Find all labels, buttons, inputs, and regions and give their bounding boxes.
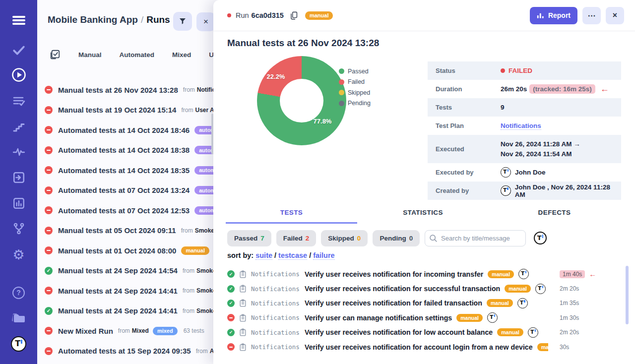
test-row[interactable]: Notifications Verify user can manage not… [227, 310, 620, 325]
run-title[interactable]: Automated tests at 14 Oct 2024 18:35 [58, 166, 190, 175]
run-title[interactable]: Manual tests at 24 Sep 2024 14:41 [58, 306, 178, 315]
run-title[interactable]: Automated tests at 14 Oct 2024 18:38 [58, 146, 190, 154]
steps-icon[interactable] [0, 119, 37, 135]
tab-automated[interactable]: Automated [120, 51, 155, 59]
test-title[interactable]: Verify user receives notification for fa… [305, 299, 482, 307]
testcase-clipboard-icon [239, 285, 247, 293]
help-icon[interactable]: ? [0, 284, 37, 301]
annotation-arrow-icon: ← [589, 270, 596, 278]
assignee-avatar: T [528, 327, 538, 338]
run-title[interactable]: Manual tests at 01 Oct 2024 08:00 [58, 246, 176, 255]
test-plans-icon[interactable] [0, 93, 37, 110]
branches-icon[interactable] [0, 220, 37, 237]
test-row[interactable]: Notifications Verify user receives notif… [227, 281, 620, 296]
filter-button[interactable] [173, 12, 192, 31]
test-row[interactable]: Notifications Verify user receives notif… [227, 267, 620, 281]
tests-list: Notifications Verify user receives notif… [227, 267, 620, 354]
select-runs-icon[interactable] [50, 49, 61, 60]
sort-label: sort by: [227, 251, 254, 259]
suite-name[interactable]: Notifications [251, 343, 305, 351]
executed-start: Nov 26, 2024 11:28 AM → [501, 139, 580, 149]
testcase-clipboard-icon [239, 270, 247, 278]
run-title[interactable]: Manual tests at 19 Oct 2024 15:14 [58, 106, 176, 114]
suite-name[interactable]: Notifications [251, 270, 305, 278]
suite-name[interactable]: Notifications [251, 329, 305, 336]
tab-statistics[interactable]: STATISTICS [357, 209, 489, 224]
ellipsis-icon: ⋯ [588, 11, 596, 20]
test-title[interactable]: Verify user receives notification for su… [305, 285, 500, 293]
projects-folder-icon[interactable] [0, 309, 37, 326]
pulse-icon[interactable] [0, 144, 37, 161]
breadcrumb-project[interactable]: Mobile Banking App [48, 14, 138, 25]
run-title[interactable]: Automated tests at 07 Oct 2024 12:53 [58, 206, 190, 215]
filter-failed-chip[interactable]: Failed2 [276, 230, 317, 246]
test-title[interactable]: Verify user receives notification for ac… [305, 343, 533, 351]
sort-by-testcase-link[interactable]: testcase [278, 251, 307, 260]
more-actions-button[interactable]: ⋯ [582, 7, 601, 24]
tests-list-scrollbar[interactable] [626, 266, 629, 324]
close-panel-button[interactable]: × [606, 7, 624, 24]
info-row-test-plan: Test Plan Notifications [428, 117, 621, 135]
legend-item-failed: Failed [339, 77, 371, 88]
run-title[interactable]: Manual tests at 05 Oct 2024 09:11 [58, 226, 176, 235]
sort-by-failure-link[interactable]: failure [313, 251, 335, 260]
run-title[interactable]: Automated tests at 07 Oct 2024 13:24 [58, 186, 190, 194]
test-row[interactable]: Notifications Verify user receives notif… [227, 325, 620, 340]
tab-mixed[interactable]: Mixed [172, 51, 191, 59]
test-duration: 1m 40s← [548, 270, 620, 278]
close-list-button[interactable]: × [196, 12, 215, 31]
test-plan-link[interactable]: Notifications [501, 122, 541, 130]
analytics-icon[interactable] [0, 195, 37, 212]
filter-skipped-chip[interactable]: Skipped0 [321, 230, 368, 246]
sort-row: sort by: suite/testcase/failure [227, 251, 335, 259]
search-input[interactable] [425, 230, 526, 246]
filter-pending-chip[interactable]: Pending0 [373, 230, 420, 246]
run-title[interactable]: Manual tests at 24 Sep 2024 14:41 [58, 287, 178, 295]
tab-manual[interactable]: Manual [78, 51, 102, 59]
info-row-created-by: Created by TJohn Doe , Nov 26, 2024 11:2… [428, 182, 621, 200]
suite-name[interactable]: Notifications [251, 285, 305, 293]
from-plan-name[interactable]: Smoke [195, 227, 214, 234]
from-plan-name[interactable]: Mixed [132, 327, 149, 334]
run-title[interactable]: New Mixed Run [58, 327, 113, 335]
assignee-avatar: T [517, 298, 528, 308]
menu-icon[interactable] [0, 12, 37, 29]
close-icon: × [613, 11, 617, 20]
test-row[interactable]: Notifications Verify user receives notif… [227, 296, 620, 310]
run-title[interactable]: Manual tests at 24 Sep 2024 14:54 [58, 266, 178, 275]
filter-passed-chip[interactable]: Passed7 [227, 230, 271, 246]
sort-by-suite-link[interactable]: suite [255, 251, 272, 260]
tab-tests[interactable]: TESTS [226, 209, 357, 224]
runs-icon[interactable] [0, 66, 37, 83]
created-by-value: John Doe , Nov 26, 2024 11:28 AM [515, 183, 621, 198]
failed-slice-label: 22.2% [267, 73, 285, 80]
report-chart-icon [537, 12, 544, 19]
test-row[interactable]: Notifications Verify user receives notif… [227, 340, 620, 354]
status-value: FAILED [508, 67, 532, 74]
failed-dot-icon [339, 79, 344, 85]
test-title[interactable]: Verify user receives notification for in… [305, 270, 483, 278]
settings-gear-icon[interactable]: ⚙ [0, 246, 37, 263]
test-title[interactable]: Verify user can manage notification sett… [305, 314, 452, 322]
assignee-avatar: T [487, 312, 498, 323]
test-type-badge: manual [487, 299, 513, 307]
run-title[interactable]: Automated tests at 15 Sep 2024 09:35 [58, 347, 191, 355]
run-title[interactable]: Manual tests at 26 Nov 2024 13:28 [58, 86, 178, 94]
account-avatar[interactable]: T [0, 335, 37, 352]
run-title[interactable]: Automated tests at 14 Oct 2024 18:46 [58, 126, 190, 134]
import-icon[interactable] [0, 169, 37, 186]
report-button[interactable]: Report [530, 7, 577, 24]
from-label: from [181, 107, 193, 114]
copy-run-id-button[interactable] [289, 11, 299, 20]
passed-slice-label: 77.8% [314, 118, 332, 125]
assignee-filter-avatar[interactable]: T [534, 232, 547, 244]
failed-status-icon [45, 327, 53, 335]
run-detail-panel: Run 6ca0d315 manual Report ⋯ × Manual te… [213, 0, 635, 364]
tab-defects[interactable]: DEFECTS [489, 209, 620, 224]
checks-icon[interactable] [0, 42, 37, 59]
suite-name[interactable]: Notifications [251, 300, 305, 307]
test-title[interactable]: Verify user receives notification for lo… [305, 328, 493, 336]
suite-name[interactable]: Notifications [251, 314, 305, 321]
failed-status-icon [45, 287, 53, 295]
run-label: Run [236, 11, 249, 19]
